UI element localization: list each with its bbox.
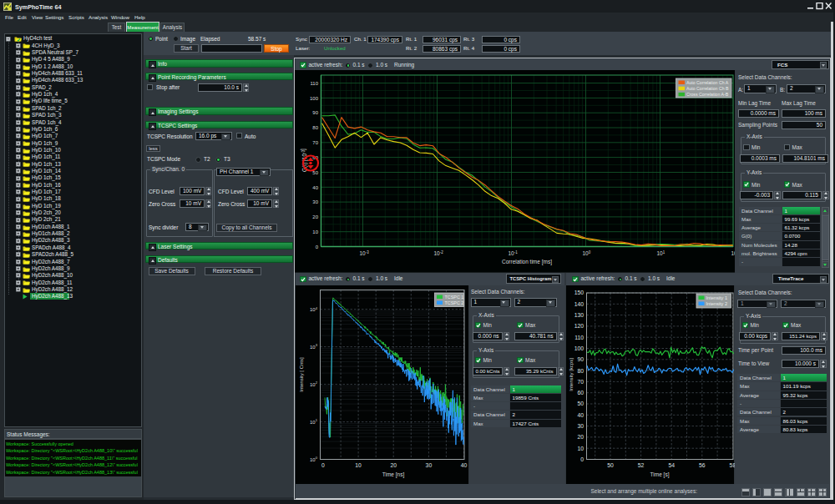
svg-text:70: 70	[312, 140, 318, 145]
svg-text:10: 10	[577, 445, 584, 451]
svg-text:TCSPC 1: TCSPC 1	[444, 294, 463, 299]
svg-text:150: 150	[574, 290, 584, 295]
svg-text:60: 60	[577, 390, 584, 396]
svg-text:0: 0	[580, 456, 584, 461]
svg-text:Intensity 2: Intensity 2	[706, 300, 728, 305]
svg-text:20: 20	[312, 214, 318, 219]
svg-text:102: 102	[731, 250, 735, 257]
svg-text:Auto Correlation Ch A: Auto Correlation Ch A	[686, 80, 729, 85]
svg-text:Correlation time [ms]: Correlation time [ms]	[502, 259, 552, 265]
svg-text:50: 50	[577, 401, 584, 406]
svg-text:30: 30	[577, 423, 584, 429]
svg-text:Intensity [kcps]: Intensity [kcps]	[569, 357, 574, 391]
svg-text:Intensity 1: Intensity 1	[706, 295, 728, 300]
svg-text:80: 80	[577, 367, 584, 373]
svg-text:30: 30	[425, 461, 432, 467]
svg-text:Time [ns]: Time [ns]	[382, 471, 404, 478]
svg-text:TCSPC 2: TCSPC 2	[444, 300, 463, 305]
svg-text:120: 120	[574, 323, 584, 329]
svg-text:Intensity [ Cnts]: Intensity [ Cnts]	[299, 356, 304, 391]
svg-text:110: 110	[574, 334, 584, 340]
svg-text:40: 40	[312, 185, 318, 190]
svg-text:70: 70	[577, 378, 584, 384]
svg-text:10: 10	[355, 461, 362, 467]
svg-text:Time [s]: Time [s]	[650, 471, 670, 478]
svg-text:140: 140	[574, 300, 584, 306]
svg-text:110: 110	[310, 81, 318, 86]
svg-text:30: 30	[312, 199, 318, 204]
svg-text:54: 54	[668, 461, 675, 467]
svg-text:0: 0	[321, 461, 325, 467]
svg-text:Auto Correlation Ch B: Auto Correlation Ch B	[686, 86, 729, 91]
svg-text:10: 10	[312, 229, 318, 234]
svg-text:100: 100	[574, 345, 584, 350]
svg-text:52: 52	[638, 461, 645, 467]
svg-text:80: 80	[312, 125, 318, 130]
svg-text:90: 90	[577, 356, 584, 362]
svg-text:Cross Correlation A-B: Cross Correlation A-B	[686, 92, 729, 97]
svg-text:130: 130	[574, 312, 584, 318]
svg-text:20: 20	[577, 434, 584, 440]
svg-text:100: 100	[309, 96, 318, 101]
svg-text:20: 20	[390, 461, 397, 467]
svg-text:40: 40	[460, 461, 467, 467]
svg-text:56: 56	[699, 461, 706, 467]
svg-text:40: 40	[577, 411, 584, 417]
svg-text:90: 90	[312, 110, 318, 115]
svg-text:50: 50	[607, 461, 614, 467]
